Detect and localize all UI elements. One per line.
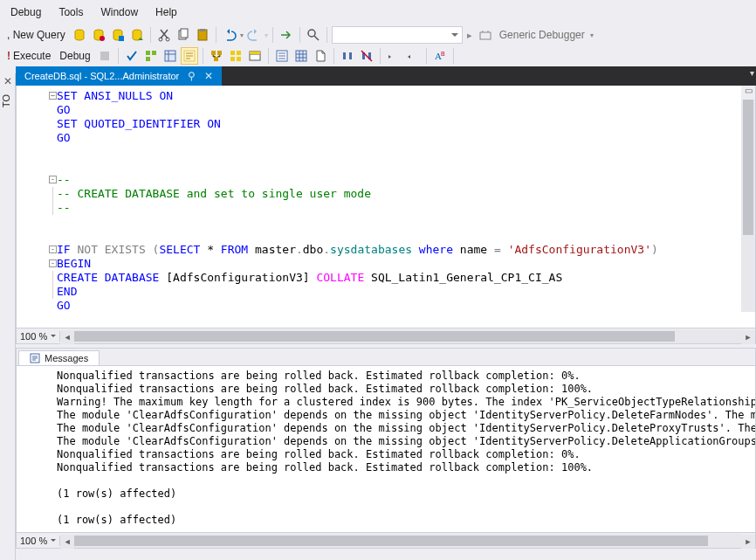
separator [272,27,273,43]
separator [216,27,216,43]
tab-messages[interactable]: Messages [18,350,100,365]
client-stats-icon[interactable] [246,47,264,65]
estimated-plan-icon[interactable] [142,47,160,65]
left-tool-strip: ✕ TO [0,73,16,560]
scroll-right-icon[interactable]: ► [741,330,755,344]
copy-icon[interactable] [175,26,192,44]
menu-window[interactable]: Window [92,3,147,21]
cut-icon[interactable] [155,26,173,44]
generic-debugger-label[interactable]: Generic Debugger [496,29,588,41]
db-icon-2[interactable] [90,26,107,44]
svg-rect-4 [119,36,124,41]
separator [426,48,427,64]
horizontal-scrollbar[interactable] [74,329,741,343]
separator [150,27,151,43]
messages-tab-label: Messages [45,353,88,363]
intellisense-icon[interactable] [181,47,198,65]
scroll-left-icon[interactable]: ◄ [60,535,74,549]
svg-rect-14 [100,52,109,60]
menubar: Debug Tools Window Help [0,0,756,24]
separator [333,48,334,64]
results-file-icon[interactable] [312,47,329,65]
split-icon[interactable]: ▭ [741,86,755,100]
toolbar-sql: !Execute Debug AB [0,45,756,66]
actual-plan-icon[interactable] [208,47,225,65]
menu-help[interactable]: Help [147,3,186,21]
scroll-left-icon[interactable]: ◄ [60,330,74,344]
info-icon [30,353,40,363]
stop-icon[interactable] [96,47,113,65]
svg-rect-15 [146,51,150,55]
zoom-dropdown-messages[interactable]: 100 % [17,536,60,546]
svg-rect-13 [480,32,491,39]
separator [203,48,203,64]
scroll-right-icon[interactable]: ► [741,535,755,549]
editor-footer: 100 % ◄ ► [17,328,755,343]
svg-rect-30 [296,51,306,61]
close-icon[interactable]: ✕ [204,70,213,82]
vertical-scrollbar[interactable] [741,86,755,312]
menu-tools[interactable]: Tools [50,3,92,21]
svg-rect-22 [214,57,218,61]
solution-config-dropdown[interactable] [332,26,463,44]
execute-button[interactable]: !Execute [3,50,54,62]
separator [380,48,381,64]
query-options-icon[interactable] [162,47,179,65]
vertical-tab[interactable]: TO [0,89,12,113]
separator [453,48,454,64]
result-tabs: Messages [17,349,755,366]
svg-rect-18 [165,51,175,61]
svg-rect-28 [250,52,260,54]
svg-rect-16 [152,51,156,55]
specify-values-icon[interactable]: AB [431,47,449,65]
editor-viewport[interactable]: −--- SET ANSI_NULLS ONGOSET QUOTED_IDENT… [17,86,755,328]
svg-rect-9 [181,29,188,38]
db-icon-3[interactable] [109,26,127,44]
paste-icon[interactable] [194,26,211,44]
separator [326,27,327,43]
tab-createdb[interactable]: CreateDB.sql - SQL2...Administrator ⚲ ✕ [16,66,222,86]
toolbar-main: , New Query ▾ ▾ ▸ Generic Debugger ▾ [0,24,756,45]
separator [299,27,300,43]
code-editor: −--- SET ANSI_NULLS ONGOSET QUOTED_IDENT… [16,86,756,344]
svg-point-2 [100,36,105,41]
undo-icon[interactable] [221,26,238,44]
redo-icon[interactable] [245,26,263,44]
menu-debug[interactable]: Debug [2,3,50,21]
pin-icon[interactable]: ⚲ [188,70,196,82]
svg-point-12 [308,30,315,37]
messages-footer: 100 % ◄ ► [17,532,755,548]
messages-content[interactable]: Nonqualified transactions are being roll… [17,366,755,532]
svg-rect-23 [230,51,235,55]
db-icon-1[interactable] [71,26,88,44]
svg-text:B: B [441,51,445,57]
separator [268,48,269,64]
indent-icon[interactable] [385,47,402,65]
svg-rect-26 [237,57,241,61]
results-grid-icon[interactable] [292,47,310,65]
live-stats-icon[interactable] [227,47,244,65]
horizontal-scrollbar-messages[interactable] [74,534,741,548]
debug-button[interactable]: Debug [56,50,93,62]
tab-title: CreateDB.sql - SQL2...Administrator [24,71,179,81]
comment-icon[interactable] [339,47,356,65]
zoom-dropdown[interactable]: 100 % [17,331,60,342]
tab-overflow-icon[interactable]: ▾ [750,68,754,78]
svg-rect-11 [200,29,205,31]
parse-icon[interactable] [123,47,141,65]
svg-rect-25 [230,57,235,61]
find-icon[interactable] [305,26,322,44]
close-panel-icon[interactable]: ✕ [0,73,15,89]
code-content[interactable]: SET ANSI_NULLS ONGOSET QUOTED_IDENTIFIER… [17,86,755,328]
svg-rect-24 [237,51,241,55]
outdent-icon[interactable] [404,47,422,65]
new-query-button[interactable]: , New Query [3,29,69,41]
results-text-icon[interactable] [273,47,291,65]
db-icon-4[interactable] [128,26,146,44]
svg-rect-20 [211,51,216,55]
separator [118,48,119,64]
debugger-icon[interactable] [477,26,494,44]
nav-icon[interactable] [278,26,295,44]
svg-rect-21 [217,51,222,55]
uncomment-icon[interactable] [358,47,375,65]
